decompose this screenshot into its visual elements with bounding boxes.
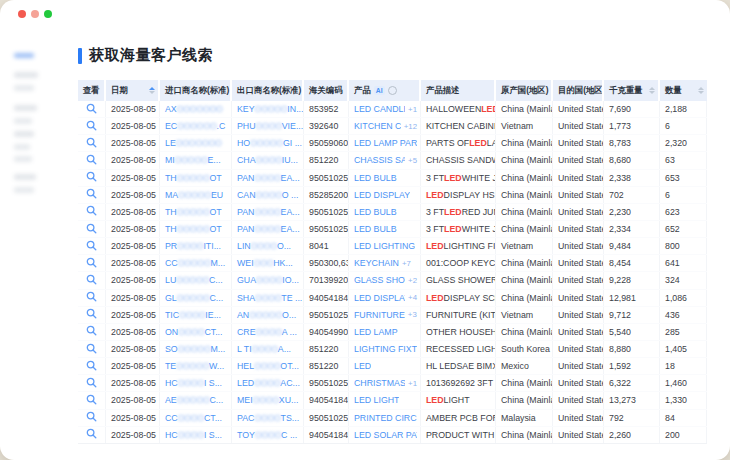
product-link[interactable]: KITCHEN CAB (354, 121, 401, 131)
sidebar-item-redacted-3[interactable] (14, 105, 37, 111)
product-link[interactable]: LED LAMP PART (354, 138, 417, 148)
view-magnifier-icon[interactable] (86, 205, 97, 218)
view-magnifier-icon[interactable] (86, 308, 97, 321)
product-link[interactable]: KEYCHAIN (354, 258, 399, 268)
importer-cell[interactable]: THOOOOOOT (160, 170, 232, 186)
exporter-cell[interactable]: PANOOOOEA... (232, 221, 304, 237)
product-link[interactable]: LED LIGHT (354, 395, 399, 405)
sidebar-item-redacted-2[interactable] (14, 85, 34, 91)
importer-cell[interactable]: LEOOOOOOO (160, 135, 232, 151)
product-link[interactable]: LED LIGHTING (354, 241, 415, 251)
view-magnifier-icon[interactable] (86, 343, 97, 356)
column-header-exporter[interactable]: 出口商名称(标准) (232, 80, 304, 101)
importer-cell[interactable]: ECOOOOOO.C (160, 118, 232, 134)
exporter-cell[interactable]: ANOOOOOO... (232, 307, 304, 323)
product-link[interactable]: LED SOLAR PATHW (354, 430, 417, 440)
importer-cell[interactable]: MIOOOOOE... (160, 152, 232, 168)
sidebar-item-redacted-9[interactable] (14, 187, 34, 193)
exporter-cell[interactable]: WEIOOOHK... (232, 255, 304, 271)
sidebar-item-redacted-4[interactable] (14, 118, 32, 124)
exporter-cell[interactable]: PANOOOOEA... (232, 170, 304, 186)
product-more-count[interactable]: +7 (402, 259, 411, 268)
view-magnifier-icon[interactable] (86, 411, 97, 424)
importer-cell[interactable]: THOOOOOOT (160, 204, 232, 220)
product-link[interactable]: LIGHTING FIXTURE (354, 344, 417, 354)
exporter-cell[interactable]: L TIOOOOA... (232, 341, 304, 357)
exporter-cell[interactable]: HELOOOOOT... (232, 358, 304, 374)
product-link[interactable]: CHASSIS SAND (354, 155, 405, 165)
product-more-count[interactable]: +1 (408, 105, 417, 114)
exporter-cell[interactable]: GUAOOOOIO... (232, 272, 304, 288)
column-header-importer[interactable]: 进口商名称(标准) (160, 80, 232, 101)
exporter-cell[interactable]: KEYOOOOOIN... (232, 101, 304, 117)
product-link[interactable]: CHRISTMAS DE (354, 378, 405, 388)
product-more-count[interactable]: +1 (408, 379, 417, 388)
view-magnifier-icon[interactable] (86, 137, 97, 150)
column-header-weight[interactable]: 千克重量 (604, 80, 660, 101)
sidebar-item-redacted-0[interactable] (14, 53, 34, 58)
view-magnifier-icon[interactable] (86, 360, 97, 373)
importer-cell[interactable]: TEOOOOOW... (160, 358, 232, 374)
view-magnifier-icon[interactable] (86, 103, 97, 116)
importer-cell[interactable]: MAOOOOOEU (160, 187, 232, 203)
importer-cell[interactable]: THOOOOOOT (160, 221, 232, 237)
importer-cell[interactable]: CCOOOOCT... (160, 410, 232, 426)
sidebar-item-redacted-6[interactable] (14, 144, 30, 150)
exporter-cell[interactable]: PANOOOOEA... (232, 204, 304, 220)
sidebar-item-redacted-8[interactable] (14, 174, 36, 180)
view-magnifier-icon[interactable] (86, 240, 97, 253)
importer-cell[interactable]: HCOOOOI S... (160, 427, 232, 443)
sort-icon[interactable] (146, 87, 155, 95)
view-magnifier-icon[interactable] (86, 171, 97, 184)
sidebar-item-redacted-1[interactable] (14, 72, 38, 78)
column-header-date[interactable]: 日期 (106, 80, 160, 101)
importer-cell[interactable]: ONOOOOCT... (160, 324, 232, 340)
exporter-cell[interactable]: CREOOOOA ... (232, 324, 304, 340)
view-magnifier-icon[interactable] (86, 120, 97, 133)
exporter-cell[interactable]: PHUOOOOVIE... (232, 118, 304, 134)
importer-cell[interactable]: CCOOOOOM... (160, 255, 232, 271)
info-circle-icon[interactable] (388, 86, 397, 95)
importer-cell[interactable]: TICOOOOIE... (160, 307, 232, 323)
sort-icon[interactable] (695, 87, 704, 95)
column-header-qty[interactable]: 数量 (660, 80, 707, 101)
view-magnifier-icon[interactable] (86, 428, 97, 441)
exporter-cell[interactable]: TOYOOOOC ... (232, 427, 304, 443)
view-magnifier-icon[interactable] (86, 257, 97, 270)
product-more-count[interactable]: +4 (408, 293, 417, 302)
importer-cell[interactable]: GLOOOOOC... (160, 290, 232, 306)
product-more-count[interactable]: +3 (408, 310, 417, 319)
importer-cell[interactable]: HCOOOOI S... (160, 375, 232, 391)
importer-cell[interactable]: AEOOOOOC... (160, 392, 232, 408)
product-link[interactable]: GLASS SHOWE (354, 275, 405, 285)
product-more-count[interactable]: +12 (404, 122, 417, 131)
exporter-cell[interactable]: SHAOOOOTE ... (232, 290, 304, 306)
sidebar-item-redacted-7[interactable] (14, 156, 32, 162)
product-link[interactable]: LED BULB (354, 207, 397, 217)
exporter-cell[interactable]: HOOOOOOGI ... (232, 135, 304, 151)
view-magnifier-icon[interactable] (86, 223, 97, 236)
product-link[interactable]: PRINTED CIRCUIT B (354, 413, 417, 423)
view-magnifier-icon[interactable] (86, 274, 97, 287)
exporter-cell[interactable]: CANOOOOO ... (232, 187, 304, 203)
view-magnifier-icon[interactable] (86, 154, 97, 167)
exporter-cell[interactable]: LINOOOOO... (232, 238, 304, 254)
view-magnifier-icon[interactable] (86, 188, 97, 201)
sidebar-item-redacted-5[interactable] (14, 131, 34, 137)
product-link[interactable]: LED LAMP (354, 327, 398, 337)
importer-cell[interactable]: PROOOOITI... (160, 238, 232, 254)
product-link[interactable]: LED (354, 361, 371, 371)
view-magnifier-icon[interactable] (86, 394, 97, 407)
view-magnifier-icon[interactable] (86, 325, 97, 338)
product-link[interactable]: LED BULB (354, 173, 397, 183)
exporter-cell[interactable]: LEDOOOOAC... (232, 375, 304, 391)
sort-icon[interactable] (646, 87, 655, 95)
product-more-count[interactable]: +5 (408, 156, 417, 165)
importer-cell[interactable]: AXOOOOOOO (160, 101, 232, 117)
exporter-cell[interactable]: PACOOOOTS... (232, 410, 304, 426)
product-link[interactable]: LED BULB (354, 224, 397, 234)
product-link[interactable]: FURNITURE (354, 310, 405, 320)
importer-cell[interactable]: LUOOOOOC... (160, 272, 232, 288)
view-magnifier-icon[interactable] (86, 291, 97, 304)
product-more-count[interactable]: +2 (408, 276, 417, 285)
